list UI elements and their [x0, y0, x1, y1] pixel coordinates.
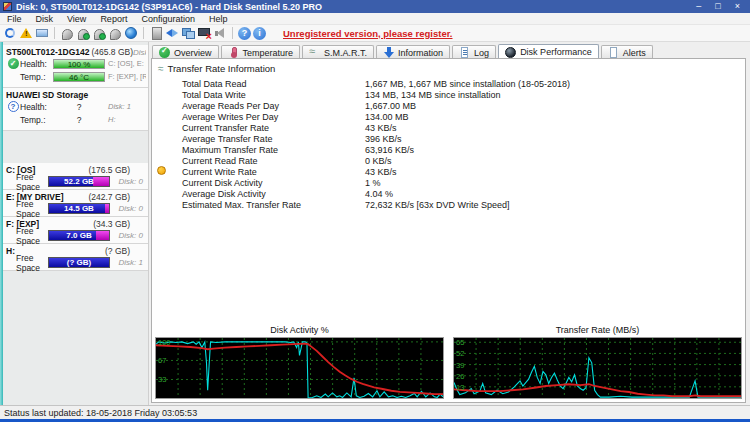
disk-name: ST500LT012-1DG142 — [6, 47, 89, 57]
free-space-value: 14.5 GB — [49, 204, 109, 213]
sidebar-disk-0[interactable]: ST500LT012-1DG142 (465.8 GB) Disk: 0 ✓ H… — [3, 45, 148, 88]
toolbar-separator — [143, 27, 144, 39]
warning-icon[interactable] — [19, 26, 33, 40]
free-space-label: Free Space — [6, 253, 48, 273]
free-space-label: Free Space — [6, 199, 48, 219]
health-ok-icon: ✓ — [8, 58, 19, 69]
disk-activity-chart: Disk Activity % 1006733 — [155, 324, 444, 400]
info-icon[interactable]: i — [253, 27, 266, 40]
satellite-dish-icon-3[interactable] — [92, 26, 106, 40]
window-title: Disk: 0, ST500LT012-1DG142 (S3P91AC6) - … — [16, 2, 696, 12]
partition-disk-number: Disk: 0 — [119, 204, 146, 213]
disk-number: Disk: 0 — [133, 48, 146, 57]
log-icon — [459, 47, 470, 58]
perf-row-average-disk-activity: Average Disk Activity4.04 % — [182, 188, 745, 199]
network-icon[interactable] — [181, 26, 195, 40]
app-window: Disk: 0, ST500LT012-1DG142 (S3P91AC6) - … — [0, 0, 750, 422]
charts-area: Disk Activity % 1006733 Transfer Rate (M… — [155, 324, 742, 400]
satellite-dish-icon-1[interactable] — [60, 26, 74, 40]
transfer-rate-icon: ≈ — [158, 64, 164, 73]
maximize-button[interactable]: □ — [715, 0, 720, 13]
gauge-icon — [505, 47, 516, 58]
free-space-bar: 14.5 GB — [48, 203, 110, 214]
information-arrow-icon — [383, 47, 394, 58]
perf-row-average-reads-per-day: Average Reads Per Day1,667.00 MB — [182, 100, 745, 111]
perf-row-maximum-transfer-rate: Maximum Transfer Rate63,916 KB/s — [182, 144, 745, 155]
perf-row-current-disk-activity: Current Disk Activity1 % — [182, 177, 745, 188]
register-link[interactable]: Unregistered version, please register. — [283, 28, 453, 39]
partition-c[interactable]: C: [OS] (176.5 GB) Free Space 52.2 GB Di… — [3, 163, 148, 190]
temp-label: Temp.: — [20, 72, 53, 82]
menu-help[interactable]: Help — [202, 13, 235, 25]
refresh-icon[interactable] — [3, 26, 17, 40]
menu-file[interactable]: File — [0, 13, 29, 25]
perf-row-estimated-max-transfer-rate: Estimated Max. Transfer Rate72,632 KB/s … — [182, 199, 745, 210]
chart-title: Disk Activity % — [155, 324, 444, 337]
disk-partitions-line1: C: [OS], E: [M — [105, 59, 146, 68]
partition-disk-number: Disk: 0 — [119, 231, 146, 240]
menu-disk[interactable]: Disk — [29, 13, 61, 25]
partition-list: C: [OS] (176.5 GB) Free Space 52.2 GB Di… — [3, 163, 148, 271]
overview-check-icon — [159, 47, 170, 58]
alerts-page-icon — [608, 47, 619, 58]
sync-icon[interactable] — [165, 26, 179, 40]
perf-row-total-data-read: Total Data Read1,667 MB, 1,667 MB since … — [182, 78, 745, 89]
disk-performance-panel: ≈ Transfer Rate Information Total Data R… — [151, 58, 746, 403]
satellite-dish-icon-2[interactable] — [76, 26, 90, 40]
transfer-rate-plot: 6552392613 — [453, 337, 742, 399]
status-text: Status last updated: 18-05-2018 Friday 0… — [4, 408, 197, 418]
tab-information[interactable]: Information — [376, 45, 450, 59]
free-space-bar: 52.2 GB — [48, 176, 110, 187]
perf-row-total-data-write: Total Data Write134 MB, 134 MB since ins… — [182, 89, 745, 100]
partition-size: (34.3 GB) — [93, 219, 146, 229]
performance-rows: Total Data Read1,667 MB, 1,667 MB since … — [182, 78, 745, 210]
globe-icon[interactable] — [124, 26, 138, 40]
disk-icon[interactable] — [149, 26, 163, 40]
tab-smart[interactable]: S.M.A.R.T. — [302, 45, 374, 59]
help-icon[interactable]: ? — [238, 27, 251, 40]
perf-row-average-transfer-rate: Average Transfer Rate396 KB/s — [182, 133, 745, 144]
tab-disk-performance[interactable]: Disk Performance — [498, 44, 599, 59]
smart-icon — [309, 47, 320, 58]
chart-title: Transfer Rate (MB/s) — [453, 324, 742, 337]
thermometer-icon — [228, 47, 239, 58]
free-space-value: 7.0 GB — [49, 231, 109, 240]
close-button[interactable]: × — [735, 0, 740, 13]
health-label: Health: — [20, 59, 53, 69]
disk-name: HUAWEI SD Storage — [6, 90, 88, 100]
menu-configuration[interactable]: Configuration — [134, 13, 202, 25]
tab-log[interactable]: Log — [452, 45, 496, 59]
health-label: Health: — [20, 102, 53, 112]
temp-bar: 46 °C — [53, 72, 105, 82]
free-space-label: Free Space — [6, 226, 48, 246]
speaker-icon[interactable] — [213, 26, 227, 40]
section-title: Transfer Rate Information — [168, 63, 276, 74]
disk-size: (465.8 GB) — [91, 47, 133, 57]
disk-partition-letter: H: — [105, 115, 146, 124]
partition-disk-number: Disk: 0 — [119, 177, 146, 186]
tab-bar: Overview Temperature S.M.A.R.T. Informat… — [152, 44, 653, 59]
free-space-value: (? GB) — [49, 258, 109, 267]
tab-temperature[interactable]: Temperature — [221, 45, 301, 59]
satellite-dish-icon-4[interactable] — [108, 26, 122, 40]
tab-overview[interactable]: Overview — [152, 45, 219, 59]
minimize-button[interactable]: – — [696, 0, 701, 13]
partition-h[interactable]: H: (? GB) Free Space (? GB) Disk: 1 — [3, 244, 148, 271]
perf-row-current-read-rate: Current Read Rate0 KB/s — [182, 155, 745, 166]
tab-alerts[interactable]: Alerts — [601, 45, 653, 59]
temp-value: ? — [53, 115, 105, 125]
menu-report[interactable]: Report — [93, 13, 134, 25]
sidebar-disk-1[interactable]: HUAWEI SD Storage ? Health: ? Disk: 1 Te… — [3, 88, 148, 131]
perf-row-average-writes-per-day: Average Writes Per Day134.00 MB — [182, 111, 745, 122]
monitor-error-icon[interactable] — [197, 26, 211, 40]
disk-number: Disk: 1 — [105, 102, 146, 111]
toolbar: ? i Unregistered version, please registe… — [0, 25, 750, 42]
section-header: ≈ Transfer Rate Information — [152, 59, 745, 74]
report-icon[interactable] — [35, 26, 49, 40]
perf-row-current-write-rate: Current Write Rate43 KB/s — [182, 166, 745, 177]
partition-f[interactable]: F: [EXP] (34.3 GB) Free Space 7.0 GB Dis… — [3, 217, 148, 244]
toolbar-separator — [232, 27, 233, 39]
partition-e[interactable]: E: [MY DRIVE] (242.7 GB) Free Space 14.5… — [3, 190, 148, 217]
menu-view[interactable]: View — [60, 13, 93, 25]
sidebar: ST500LT012-1DG142 (465.8 GB) Disk: 0 ✓ H… — [0, 42, 149, 405]
